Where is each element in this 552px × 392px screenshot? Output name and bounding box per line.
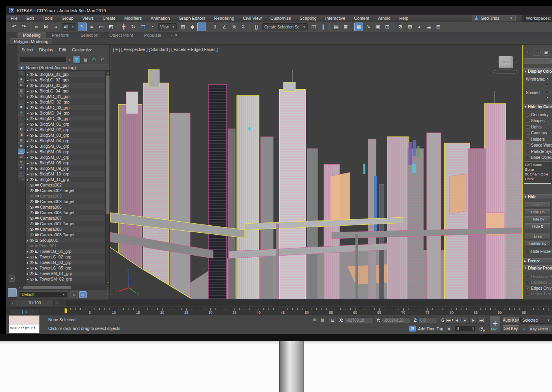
modify-tab-icon[interactable]: ▱ — [533, 49, 541, 56]
visibility-eye-icon[interactable] — [30, 128, 34, 131]
perspective-viewport[interactable]: [ + ] [ Perspective ] [ Standard ] [ Fac… — [110, 45, 523, 299]
visibility-eye-icon[interactable] — [30, 239, 34, 242]
expand-arrow-icon[interactable]: ▶ — [26, 106, 30, 109]
preset-dropdown[interactable]: Default ▼ — [20, 291, 67, 298]
list-item-bldgsm-06-grp[interactable]: ▶BldgSM_06_grp — [26, 149, 105, 155]
hide-un-button[interactable]: Hide Un — [525, 209, 551, 215]
select-and-move-icon[interactable]: ╋ — [119, 23, 128, 31]
auto-key-button[interactable]: Auto Key — [502, 317, 520, 324]
expand-arrow-icon[interactable]: ▶ — [26, 151, 30, 153]
workspaces-selector[interactable]: Workspaces: Defa — [522, 15, 552, 22]
toggle-geometry-icon[interactable]: ◳ — [18, 71, 25, 76]
checkbox-icon[interactable] — [526, 138, 529, 141]
list-item-bldgsm-01-grp[interactable]: ▶BldgSM_01_grp — [26, 121, 105, 127]
checkbox-icon[interactable] — [526, 119, 529, 122]
listbox-item-cat-bone[interactable]: CAT Bone — [525, 162, 551, 167]
list-item-camera007[interactable]: Camera007 — [26, 215, 105, 221]
previous-frame-arrow[interactable]: ‹ — [10, 301, 16, 305]
hscrollbar-thumb[interactable] — [23, 286, 71, 289]
visibility-eye-icon[interactable] — [30, 256, 34, 258]
viewport-label[interactable]: [ + ] [ Perspective ] [ Standard ] [ Fac… — [113, 47, 217, 52]
expand-arrow-icon[interactable]: ▶ — [26, 261, 30, 264]
expand-arrow-icon[interactable]: ▶ — [26, 79, 30, 81]
list-item-plane001[interactable]: Plane001 — [26, 243, 105, 249]
listbox-item-bone[interactable]: Bone — [525, 167, 551, 172]
list-item-bldgsm-09-grp[interactable]: ▶BldgSM_09_grp — [26, 166, 105, 171]
ribbon-overflow-icon[interactable]: ▭ ▾ — [167, 32, 181, 38]
visibility-eye-icon[interactable] — [30, 200, 34, 203]
folder-icon[interactable]: ▢ — [18, 176, 25, 181]
filter-icon[interactable]: ▼ — [18, 165, 25, 170]
display-influences-icon[interactable]: ■ — [18, 143, 25, 148]
select-and-rotate-icon[interactable]: ↻ — [129, 23, 138, 31]
expand-arrow-icon[interactable]: ▶ — [26, 117, 30, 120]
visibility-eye-icon[interactable] — [30, 206, 34, 209]
explorer-menu-display[interactable]: Display — [39, 47, 53, 52]
prop-backface-cu[interactable]: Backface Cu — [523, 280, 552, 285]
expand-arrow-icon[interactable]: ▶ — [26, 250, 30, 253]
go-to-start-button[interactable]: |◀◀ — [444, 317, 452, 324]
toggle-lights-icon[interactable]: ◍ — [18, 82, 25, 87]
reference-coordinate-system-dropdown[interactable]: View▼ — [158, 23, 177, 30]
angle-snap-icon[interactable]: ∠ — [220, 23, 229, 31]
list-item-bldgmd-03-grp[interactable]: ▶BldgMD_03_grp — [26, 105, 105, 110]
list-item-group001[interactable]: ▶Group001 — [26, 237, 105, 243]
selection-lock-icon[interactable] — [321, 317, 324, 322]
current-frame-field[interactable]: 0 ⇅ — [455, 326, 475, 332]
expand-arrow-icon[interactable]: ▶ — [26, 95, 30, 98]
list-item-bldgsm-10-grp[interactable]: ▶BldgSM_10_grp — [26, 171, 105, 177]
selection-filter-dropdown[interactable]: All▼ — [62, 23, 76, 30]
track-bar[interactable]: ❙∿ 5101520253035404550556065707580859095 — [6, 307, 552, 315]
viewcube[interactable]: BACK — [499, 56, 513, 68]
list-item-bldgsm-03-grp[interactable]: ▶BldgSM_03_grp — [26, 132, 105, 138]
list-item-camera003-target[interactable]: Camera003.Target — [26, 199, 105, 204]
list-item-bldgmd-01-grp[interactable]: ▶BldgMD_01_grp — [26, 94, 105, 99]
time-configuration-button[interactable]: ◷ — [478, 326, 485, 332]
category-helpers[interactable]: Helpers — [523, 136, 552, 142]
expand-arrow-icon[interactable]: ▶ — [26, 112, 30, 115]
viewport-layout-tab[interactable] — [8, 288, 17, 297]
isolate-selection-icon[interactable]: ▣ — [312, 317, 316, 322]
visibility-eye-icon[interactable] — [30, 84, 34, 87]
visibility-eye-icon[interactable] — [30, 245, 34, 247]
list-item-bldgmd-02-grp[interactable]: ▶BldgMD_02_grp — [26, 99, 105, 105]
visibility-eye-icon[interactable] — [30, 95, 34, 98]
visibility-eye-icon[interactable] — [30, 167, 34, 170]
select-and-manipulate-icon[interactable]: ◆ — [188, 23, 197, 31]
scroll-right-icon[interactable]: › — [106, 286, 110, 290]
list-item-towerlg-05-grp[interactable]: ▶TowerLG_05_grp — [26, 265, 105, 271]
visibility-eye-icon[interactable] — [30, 101, 34, 104]
spinner-snap-icon[interactable]: ⇕ — [239, 23, 248, 31]
category-shapes[interactable]: Shapes — [523, 118, 552, 124]
bind-to-space-warp-icon[interactable]: ≈ — [51, 23, 60, 31]
expand-arrow-icon[interactable]: ▶ — [26, 156, 30, 159]
list-item-bldgsm-08-grp[interactable]: ▶BldgSM_08_grp — [26, 160, 105, 166]
category-space-warp[interactable]: Space Warp — [523, 143, 552, 148]
visibility-eye-icon[interactable] — [30, 184, 34, 187]
visibility-eye-icon[interactable] — [30, 173, 34, 175]
list-item-bldgmd-04-grp[interactable]: ▶BldgMD_04_grp — [26, 110, 105, 116]
rollout-freeze[interactable]: ▶ Freeze — [523, 258, 552, 264]
time-slider[interactable]: ‹ 0 / 100 › — [9, 300, 60, 306]
checkbox-icon[interactable] — [526, 125, 529, 129]
menu-tools[interactable]: Tools — [38, 15, 57, 22]
menu-graph-editors[interactable]: Graph Editors — [174, 15, 210, 22]
window-minimize-button[interactable]: — — [544, 0, 549, 6]
visibility-eye-icon[interactable] — [30, 267, 34, 270]
hide-frozen-row[interactable]: Hide Frozen — [523, 249, 552, 254]
set-keys-button[interactable]: + — [490, 317, 501, 332]
expand-arrow-icon[interactable]: ▶ — [26, 167, 30, 170]
expand-all-icon[interactable]: ⊞ — [90, 57, 98, 63]
viewcube-compass-ring[interactable] — [492, 70, 519, 74]
search-input[interactable] — [20, 57, 66, 63]
list-item-bldglg-04-grp[interactable]: ▶BldgLG_04_grp — [26, 88, 105, 94]
layers-view-button[interactable]: ≋ — [70, 291, 78, 298]
checkbox-icon[interactable] — [526, 131, 529, 135]
unhi-button[interactable]: Unhi — [525, 234, 551, 239]
material-editor-icon[interactable]: ⊡ — [383, 23, 391, 31]
rollout-display-properties[interactable]: ▼ Display Prope — [523, 265, 552, 271]
visibility-eye-icon[interactable] — [30, 106, 34, 109]
snap-toggle-3d-icon[interactable]: 3 — [210, 23, 219, 31]
toggle-layer-explorer-icon[interactable]: ▤ — [332, 23, 340, 31]
shaded-object-color-radio[interactable] — [546, 90, 549, 94]
